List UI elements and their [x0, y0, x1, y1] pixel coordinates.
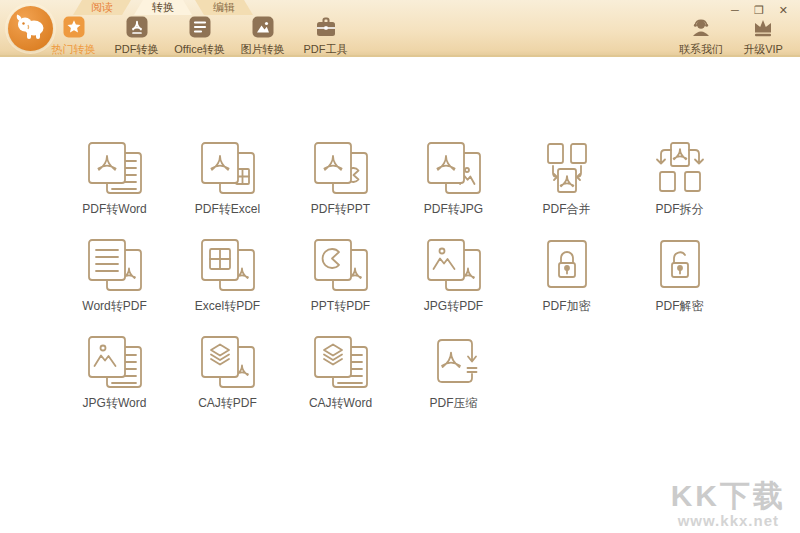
toolbar-item-3[interactable]: 图片转换	[231, 15, 294, 57]
grid-item-pdf-split[interactable]: PDF拆分	[623, 132, 736, 229]
pdf-decrypt-icon	[648, 238, 712, 294]
grid-item-label: PDF转Excel	[195, 201, 260, 218]
grid-item-pdf-to-ppt[interactable]: PDF转PPT	[284, 132, 397, 229]
pdf-to-jpg-icon	[422, 141, 486, 197]
header-bar: 阅读转换编辑 热门转换PDF转换Office转换图片转换PDF工具 联系我们升级…	[0, 0, 800, 57]
toolbar-right-item-label: 联系我们	[679, 42, 723, 57]
grid-item-label: PDF转Word	[82, 201, 146, 218]
tab-0[interactable]: 阅读	[73, 0, 131, 15]
office-doc-icon	[188, 15, 212, 39]
grid-item-label: PPT转PDF	[311, 298, 370, 315]
grid-item-pdf-compress[interactable]: PDF压缩	[397, 326, 510, 423]
pdf-to-excel-icon	[196, 141, 260, 197]
grid-item-pdf-to-jpg[interactable]: PDF转JPG	[397, 132, 510, 229]
grid-item-label: PDF合并	[543, 201, 591, 218]
tab-2[interactable]: 编辑	[195, 0, 253, 15]
pdf-split-icon	[648, 141, 712, 197]
jpg-to-word-icon	[83, 335, 147, 391]
toolbar-right-item-0[interactable]: 联系我们	[670, 15, 732, 57]
grid-item-label: PDF转JPG	[424, 201, 483, 218]
grid-item-label: PDF转PPT	[311, 201, 370, 218]
toolbar-right-item-1[interactable]: 升级VIP	[732, 15, 794, 57]
toolbar-item-2[interactable]: Office转换	[168, 15, 231, 57]
toolbar-item-label: 热门转换	[52, 42, 96, 57]
grid-item-pdf-to-excel[interactable]: PDF转Excel	[171, 132, 284, 229]
toolbar-left: 热门转换PDF转换Office转换图片转换PDF工具	[42, 15, 357, 57]
ppt-to-pdf-icon	[309, 238, 373, 294]
grid-item-pdf-to-word[interactable]: PDF转Word	[58, 132, 171, 229]
grid-item-label: CAJ转Word	[309, 395, 372, 412]
grid-item-ppt-to-pdf[interactable]: PPT转PDF	[284, 229, 397, 326]
grid-item-label: PDF解密	[656, 298, 704, 315]
crown-icon	[751, 15, 775, 39]
grid-item-caj-to-pdf[interactable]: CAJ转PDF	[171, 326, 284, 423]
toolbar-item-label: 图片转换	[241, 42, 285, 57]
toolbar-item-4[interactable]: PDF工具	[294, 15, 357, 57]
toolbar-item-label: PDF转换	[115, 42, 159, 57]
grid-item-label: PDF加密	[543, 298, 591, 315]
headset-person-icon	[689, 15, 713, 39]
grid-item-pdf-merge[interactable]: PDF合并	[510, 132, 623, 229]
toolbar-item-label: Office转换	[174, 42, 225, 57]
grid-item-pdf-encrypt[interactable]: PDF加密	[510, 229, 623, 326]
pdf-merge-icon	[535, 141, 599, 197]
tab-strip: 阅读转换编辑	[73, 0, 256, 15]
watermark: KK下载 www.kkx.net	[671, 480, 786, 529]
window-controls: ─❐✕	[731, 4, 788, 16]
toolbox-icon	[314, 15, 338, 39]
grid-item-pdf-decrypt[interactable]: PDF解密	[623, 229, 736, 326]
pdf-to-word-icon	[83, 141, 147, 197]
grid-item-label: Excel转PDF	[195, 298, 260, 315]
close-button[interactable]: ✕	[779, 4, 788, 16]
image-icon	[251, 15, 275, 39]
grid-item-word-to-pdf[interactable]: Word转PDF	[58, 229, 171, 326]
pdf-compress-icon	[422, 335, 486, 391]
grid-item-jpg-to-word[interactable]: JPG转Word	[58, 326, 171, 423]
grid-item-label: JPG转Word	[83, 395, 147, 412]
grid-item-label: PDF拆分	[656, 201, 704, 218]
caj-to-word-icon	[309, 335, 373, 391]
pdf-encrypt-icon	[535, 238, 599, 294]
pdf-to-ppt-icon	[309, 141, 373, 197]
watermark-title: KK下载	[671, 480, 786, 512]
toolbar-item-0[interactable]: 热门转换	[42, 15, 105, 57]
grid-item-excel-to-pdf[interactable]: Excel转PDF	[171, 229, 284, 326]
caj-to-pdf-icon	[196, 335, 260, 391]
grid-item-label: JPG转PDF	[424, 298, 483, 315]
toolbar-item-1[interactable]: PDF转换	[105, 15, 168, 57]
tab-1[interactable]: 转换	[134, 0, 192, 15]
conversion-grid: PDF转WordPDF转ExcelPDF转PPTPDF转JPGPDF合并PDF拆…	[58, 132, 736, 423]
excel-to-pdf-icon	[196, 238, 260, 294]
minimize-button[interactable]: ─	[731, 4, 739, 16]
word-to-pdf-icon	[83, 238, 147, 294]
grid-item-label: Word转PDF	[82, 298, 146, 315]
toolbar-item-label: PDF工具	[304, 42, 348, 57]
toolbar-right: 联系我们升级VIP	[670, 15, 794, 57]
jpg-to-pdf-icon	[422, 238, 486, 294]
watermark-url: www.kkx.net	[671, 512, 786, 529]
toolbar-right-item-label: 升级VIP	[743, 42, 783, 57]
grid-item-caj-to-word[interactable]: CAJ转Word	[284, 326, 397, 423]
pdf-file-icon	[125, 15, 149, 39]
star-icon	[62, 15, 86, 39]
grid-item-label: CAJ转PDF	[198, 395, 257, 412]
maximize-button[interactable]: ❐	[754, 4, 764, 16]
grid-item-jpg-to-pdf[interactable]: JPG转PDF	[397, 229, 510, 326]
grid-item-label: PDF压缩	[430, 395, 478, 412]
